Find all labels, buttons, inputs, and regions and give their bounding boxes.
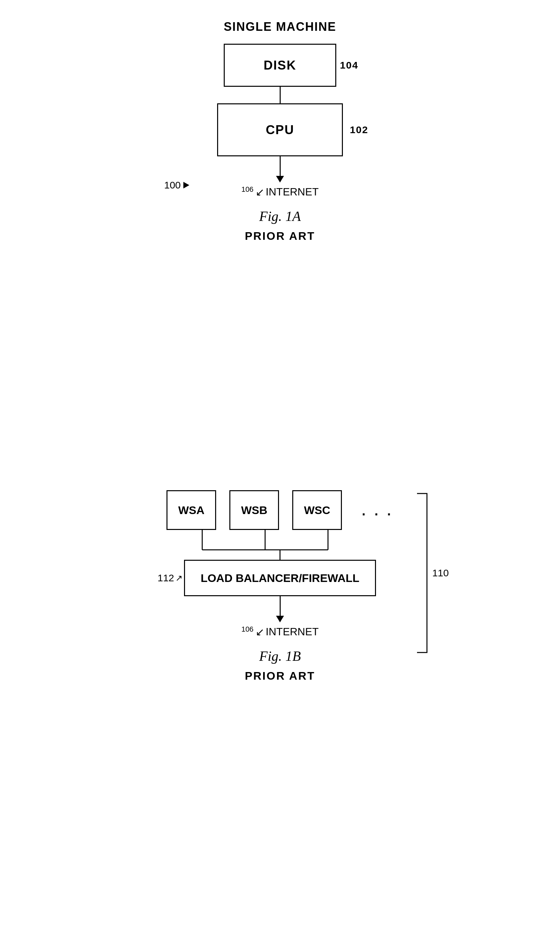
disk-box: DISK 104 bbox=[224, 44, 336, 87]
dots: . . . bbox=[362, 490, 394, 518]
internet-text-1b: INTERNET bbox=[266, 626, 319, 638]
arrow-down-internet bbox=[276, 176, 284, 182]
page: SINGLE MACHINE DISK 104 100 CPU 102 bbox=[0, 0, 560, 941]
ref-100: 100 bbox=[164, 179, 189, 191]
figure-1b: WSA WSB WSC . . . bbox=[131, 490, 429, 682]
wsb-box: WSB bbox=[229, 490, 279, 530]
ws-connector-area bbox=[177, 530, 383, 560]
cpu-box: CPU 102 bbox=[217, 103, 343, 156]
connector-cpu-internet bbox=[280, 156, 281, 176]
connector-lb-internet bbox=[280, 596, 281, 616]
internet-label-1b: 106 ↙ INTERNET bbox=[241, 626, 319, 638]
cpu-label: CPU bbox=[266, 123, 294, 137]
wsc-box: WSC bbox=[292, 490, 342, 530]
wsa-box: WSA bbox=[166, 490, 216, 530]
wsb-label: WSB bbox=[241, 504, 268, 517]
internet-text-1a: INTERNET bbox=[266, 186, 319, 198]
ref-112: 112 ↗ bbox=[157, 572, 183, 584]
internet-ref-1a: 106 bbox=[241, 186, 254, 193]
lb-row: 112 ↗ LOAD BALANCER/FIREWALL bbox=[184, 560, 376, 596]
ref-102: 102 bbox=[350, 124, 368, 136]
internet-ref-1b: 106 bbox=[241, 626, 254, 633]
wsc-label: WSC bbox=[304, 504, 330, 517]
ws-row: WSA WSB WSC . . . bbox=[131, 490, 429, 530]
arrow-down-lb bbox=[276, 616, 284, 622]
lb-label: LOAD BALANCER/FIREWALL bbox=[201, 572, 359, 585]
ws-boxes: WSA WSB WSC . . . bbox=[166, 490, 394, 530]
lb-box: LOAD BALANCER/FIREWALL bbox=[184, 560, 376, 596]
connector-disk-cpu bbox=[280, 87, 281, 103]
fig1b-prior-art: PRIOR ART bbox=[245, 669, 315, 682]
wsa-label: WSA bbox=[178, 504, 205, 517]
ref-110: 110 bbox=[432, 568, 449, 578]
ref-104: 104 bbox=[340, 60, 358, 71]
fig1b-caption: Fig. 1B bbox=[259, 648, 301, 664]
arrow-100 bbox=[183, 182, 189, 188]
fig1a-caption: Fig. 1A bbox=[259, 208, 301, 224]
internet-label-1a: 106 ↙ INTERNET bbox=[241, 186, 319, 198]
disk-label: DISK bbox=[264, 58, 297, 73]
figure-1a: SINGLE MACHINE DISK 104 100 CPU 102 bbox=[164, 20, 396, 242]
bracket-svg bbox=[414, 490, 430, 656]
ws-connector-svg bbox=[177, 530, 383, 560]
fig1a-prior-art: PRIOR ART bbox=[245, 230, 315, 242]
single-machine-title: SINGLE MACHINE bbox=[224, 20, 336, 34]
